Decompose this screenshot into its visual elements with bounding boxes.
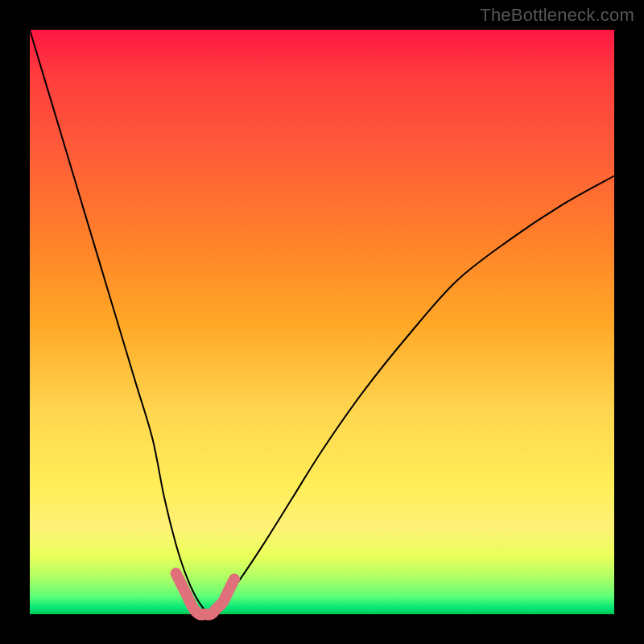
chart-frame: TheBottleneck.com: [0, 0, 644, 644]
watermark-text: TheBottleneck.com: [480, 5, 634, 26]
bottleneck-curve-path: [30, 30, 614, 614]
plot-area: [30, 30, 614, 614]
bottom-marker-path: [176, 573, 235, 614]
curve-svg: [30, 30, 614, 614]
